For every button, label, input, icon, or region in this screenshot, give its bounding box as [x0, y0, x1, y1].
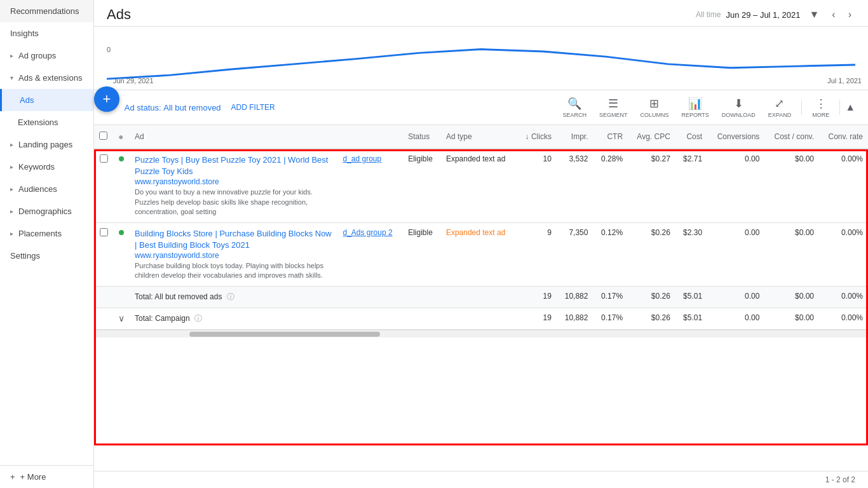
- chart-start-date: Jun 29, 2021: [113, 77, 154, 85]
- sidebar-more-button[interactable]: + + More: [0, 465, 93, 488]
- sidebar-item-keywords[interactable]: ▸ Keywords: [0, 156, 93, 178]
- th-ctr[interactable]: CTR: [593, 125, 628, 149]
- scroll-up-icon[interactable]: ▲: [845, 102, 855, 113]
- campaign-ad-type: [441, 308, 517, 329]
- campaign-checkbox: [94, 308, 113, 329]
- more-icon: ⋮: [815, 97, 827, 111]
- total-checkbox: [94, 286, 113, 308]
- campaign-total-row: ∨ Total: Campaign ⓘ 19 10,882 0.17% $0.2…: [94, 308, 868, 329]
- sidebar-item-label: Landing pages: [18, 140, 72, 149]
- sidebar-item-ads-extensions[interactable]: ▾ Ads & extensions: [0, 67, 93, 89]
- scrollbar-thumb[interactable]: [189, 332, 380, 337]
- sidebar-item-insights[interactable]: Insights: [0, 22, 93, 44]
- row1-status-dot-cell: [113, 149, 130, 222]
- ads-table: ● Ad Status Ad type ↓ Clicks Impr. CTR A…: [94, 125, 868, 330]
- table-header-row: ● Ad Status Ad type ↓ Clicks Impr. CTR A…: [94, 125, 868, 149]
- th-conv-rate[interactable]: Conv. rate: [819, 125, 868, 149]
- row2-ad-desc: Purchase building block toys today. Play…: [135, 261, 333, 281]
- campaign-info-icon[interactable]: ⓘ: [194, 314, 202, 323]
- row2-checkbox[interactable]: [100, 228, 108, 236]
- sidebar-item-label: Ads & extensions: [18, 73, 82, 83]
- row1-checkbox[interactable]: [100, 154, 108, 163]
- row2-status-cell: Eligible: [403, 222, 441, 286]
- download-label: DOWNLOAD: [722, 112, 756, 118]
- total-label-cell: Total: All but removed ads ⓘ: [130, 286, 403, 308]
- sidebar-item-placements[interactable]: ▸ Placements: [0, 222, 93, 245]
- th-ad-group: [338, 125, 403, 149]
- sidebar-item-ad-groups[interactable]: ▸ Ad groups: [0, 44, 93, 67]
- expand-button[interactable]: ⤢ EXPAND: [763, 94, 796, 121]
- sidebar-item-demographics[interactable]: ▸ Demographics: [0, 200, 93, 222]
- campaign-conversions: 0.00: [707, 308, 764, 329]
- sidebar-item-landing-pages[interactable]: ▸ Landing pages: [0, 133, 93, 156]
- th-cost-per-conv[interactable]: Cost / conv.: [764, 125, 819, 149]
- row1-ad-type: Expanded text ad: [446, 154, 505, 163]
- th-conversions[interactable]: Conversions: [707, 125, 764, 149]
- total-cost-per-conv: $0.00: [764, 286, 819, 308]
- date-prev[interactable]: ‹: [828, 8, 839, 22]
- sidebar-item-label: Demographics: [18, 207, 72, 216]
- th-cost[interactable]: Cost: [675, 125, 707, 149]
- row2-impr: 7,350: [557, 222, 593, 286]
- total-conversions: 0.00: [707, 286, 764, 308]
- total-impr: 10,882: [557, 286, 593, 308]
- row1-conversions: 0.00: [707, 149, 764, 222]
- fab-button[interactable]: +: [94, 86, 119, 112]
- sidebar-item-settings[interactable]: Settings: [0, 245, 93, 267]
- row2-ad-group-link[interactable]: d_Ads group 2: [343, 228, 393, 237]
- date-dropdown[interactable]: ▼: [806, 8, 824, 22]
- columns-icon: ⊞: [649, 97, 659, 111]
- total-status-col: [403, 286, 441, 308]
- segment-label: SEGMENT: [599, 112, 628, 118]
- chart-zero: 0: [107, 46, 111, 53]
- search-button[interactable]: 🔍 SEARCH: [557, 94, 592, 121]
- row2-ad-title[interactable]: Building Blocks Store | Purchase Buildin…: [135, 228, 333, 251]
- row1-ad-title[interactable]: Puzzle Toys | Buy Best Puzzle Toy 2021 |…: [135, 154, 333, 177]
- expand-row-icon[interactable]: ∨: [118, 313, 125, 323]
- filter-value[interactable]: All but removed: [163, 103, 220, 112]
- campaign-status: ∨: [113, 308, 130, 329]
- select-all-checkbox[interactable]: [99, 132, 107, 140]
- th-clicks[interactable]: ↓ Clicks: [517, 125, 557, 149]
- row2-cost: $2.30: [675, 222, 707, 286]
- date-next[interactable]: ›: [844, 8, 855, 22]
- row1-ad-desc: Do you want to buy a new innovative puzz…: [135, 187, 333, 217]
- columns-button[interactable]: ⊞ COLUMNS: [635, 94, 674, 121]
- sidebar-item-ads[interactable]: Ads: [0, 89, 93, 111]
- row2-ad-url[interactable]: www.ryanstoyworld.store: [135, 251, 333, 260]
- th-status-icon: ●: [113, 125, 130, 149]
- add-filter-button[interactable]: ADD FILTER: [231, 103, 275, 112]
- campaign-avg-cpc: $0.26: [628, 308, 675, 329]
- sidebar: Recommendations Insights ▸ Ad groups ▾ A…: [0, 0, 94, 488]
- total-info-icon[interactable]: ⓘ: [227, 292, 234, 301]
- bottom-bar: 1 - 2 of 2: [94, 471, 868, 488]
- row2-conversions: 0.00: [707, 222, 764, 286]
- total-ad-type: [441, 286, 517, 308]
- toolbar: ▼ Ad status: All but removed ADD FILTER …: [94, 90, 868, 125]
- download-button[interactable]: ⬇ DOWNLOAD: [717, 94, 761, 121]
- sidebar-item-recommendations[interactable]: Recommendations: [0, 0, 93, 22]
- row1-ctr: 0.28%: [593, 149, 628, 222]
- sidebar-item-label: Placements: [18, 229, 62, 238]
- sidebar-item-label: Keywords: [18, 162, 55, 172]
- th-impr[interactable]: Impr.: [557, 125, 593, 149]
- sidebar-item-label: Extensions: [18, 118, 58, 127]
- filter-label: Ad status:: [125, 103, 161, 112]
- row2-ad-group-cell: d_Ads group 2: [338, 222, 403, 286]
- sidebar-item-audiences[interactable]: ▸ Audiences: [0, 178, 93, 200]
- campaign-label-cell: Total: Campaign ⓘ: [130, 308, 403, 329]
- sidebar-item-extensions[interactable]: Extensions: [0, 111, 93, 133]
- reports-icon: 📊: [688, 97, 702, 111]
- sidebar-item-label: Ad groups: [18, 51, 56, 60]
- row2-status-text: Eligible: [408, 228, 433, 237]
- more-button[interactable]: ⋮ MORE: [807, 94, 834, 121]
- th-ad-label: Ad: [135, 132, 144, 141]
- th-avg-cpc[interactable]: Avg. CPC: [628, 125, 675, 149]
- reports-button[interactable]: 📊 REPORTS: [676, 94, 714, 121]
- row1-ad-url[interactable]: www.ryanstoyworld.store: [135, 177, 333, 186]
- th-ad: Ad: [130, 125, 338, 149]
- row1-clicks: 10: [517, 149, 557, 222]
- more-label: MORE: [812, 112, 829, 118]
- row1-ad-group-link[interactable]: d_ad group: [343, 154, 382, 163]
- segment-button[interactable]: ☰ SEGMENT: [594, 94, 633, 121]
